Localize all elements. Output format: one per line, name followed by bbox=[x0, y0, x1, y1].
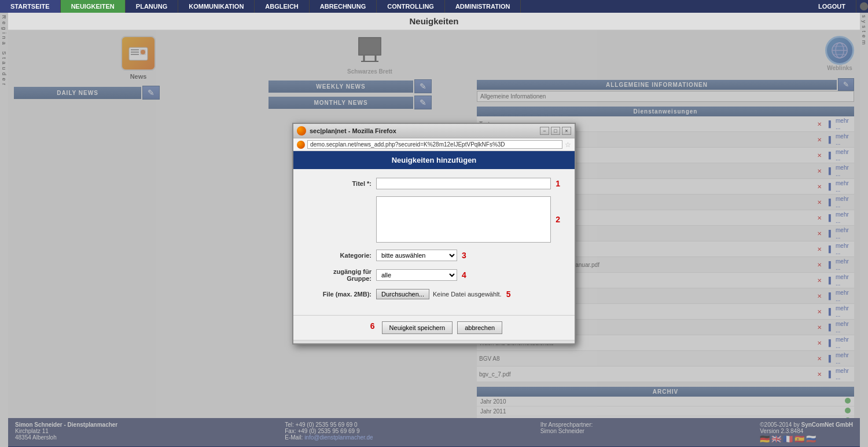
modal-overlay: sec|plan|net - Mozilla Firefox − □ × dem… bbox=[8, 30, 860, 446]
group-select[interactable]: alle bbox=[376, 269, 457, 281]
nav-abgleich[interactable]: ABGLEICH bbox=[255, 0, 309, 13]
step-1-number: 1 bbox=[556, 179, 560, 188]
step-4-number: 4 bbox=[462, 270, 466, 280]
nav-planung[interactable]: PLANUNG bbox=[126, 0, 178, 13]
status-dot bbox=[860, 2, 868, 10]
content-row: 2 bbox=[308, 196, 560, 243]
firefox-icon bbox=[297, 126, 306, 135]
group-label: zugängig für Gruppe: bbox=[308, 268, 372, 282]
title-label: Titel *: bbox=[308, 180, 372, 187]
step-3-number: 3 bbox=[462, 251, 466, 260]
file-status: Keine Datei ausgewählt. bbox=[433, 291, 502, 298]
top-navigation: STARTSEITE NEUIGKEITEN PLANUNG KOMMUNIKA… bbox=[0, 0, 868, 13]
group-row: zugängig für Gruppe: alle 4 bbox=[308, 268, 560, 282]
firefox-titlebar: sec|plan|net - Mozilla Firefox − □ × bbox=[293, 124, 575, 138]
category-row: Kategorie: bitte auswählen 3 bbox=[308, 250, 560, 261]
content-area: News DAILY NEWS ✎ S bbox=[8, 30, 860, 446]
nav-administration[interactable]: ADMINISTRATION bbox=[445, 0, 521, 13]
step-6-number: 6 bbox=[370, 321, 375, 334]
browse-button[interactable]: Durchsuchen... bbox=[376, 289, 429, 299]
nav-neuigkeiten[interactable]: NEUIGKEITEN bbox=[61, 0, 126, 13]
form-body: Titel *: 1 2 Kategorie: bbox=[293, 169, 575, 315]
firefox-body: Neuigkeiten hinzufügen Titel *: 1 2 bbox=[293, 151, 575, 343]
nav-kommunikation[interactable]: KOMMUNIKATION bbox=[178, 0, 255, 13]
form-actions: 6 Neuigkeit speichern abbrechen bbox=[293, 315, 575, 340]
firefox-window-title: sec|plan|net - Mozilla Firefox bbox=[310, 127, 540, 134]
category-select[interactable]: bitte auswählen bbox=[376, 250, 457, 261]
step-2-number: 2 bbox=[556, 215, 560, 224]
side-label-right: s y s t e m bbox=[860, 13, 868, 47]
nav-logout[interactable]: LOGOUT bbox=[808, 0, 856, 13]
firefox-window: sec|plan|net - Mozilla Firefox − □ × dem… bbox=[292, 123, 576, 345]
file-section: Durchsuchen... Keine Datei ausgewählt. bbox=[376, 289, 502, 299]
nav-abrechnung[interactable]: ABRECHNUNG bbox=[310, 0, 377, 13]
category-label: Kategorie: bbox=[308, 252, 372, 259]
scrollbar-bottom bbox=[293, 340, 575, 343]
page-title: Neuigkeiten bbox=[8, 13, 860, 30]
form-header: Neuigkeiten hinzufügen bbox=[293, 151, 575, 169]
title-input[interactable] bbox=[376, 178, 551, 189]
save-button[interactable]: Neuigkeit speichern bbox=[382, 321, 453, 334]
firefox-minimize-button[interactable]: − bbox=[540, 127, 549, 135]
step-5-number: 5 bbox=[506, 290, 511, 299]
file-row: File (max. 2MB): Durchsuchen... Keine Da… bbox=[308, 289, 560, 299]
address-bar[interactable]: demo.secplan.net/news_add.php?secureid=K… bbox=[307, 140, 562, 149]
firefox-addressbar: demo.secplan.net/news_add.php?secureid=K… bbox=[293, 138, 575, 151]
main-content: Neuigkeiten News DAILY NEWS bbox=[8, 13, 860, 446]
content-textarea[interactable] bbox=[376, 196, 551, 243]
firefox-maximize-button[interactable]: □ bbox=[551, 127, 560, 135]
file-label: File (max. 2MB): bbox=[308, 291, 372, 298]
side-label-left: R e g i n a S t a u d e r bbox=[0, 13, 8, 88]
bookmark-star-icon[interactable]: ☆ bbox=[565, 141, 571, 149]
firefox-addr-icon bbox=[297, 141, 305, 149]
nav-startseite[interactable]: STARTSEITE bbox=[0, 0, 61, 13]
nav-controlling[interactable]: CONTROLLING bbox=[377, 0, 445, 13]
cancel-button[interactable]: abbrechen bbox=[457, 321, 502, 334]
title-row: Titel *: 1 bbox=[308, 178, 560, 189]
firefox-close-button[interactable]: × bbox=[562, 127, 571, 135]
firefox-controls: − □ × bbox=[540, 127, 571, 135]
